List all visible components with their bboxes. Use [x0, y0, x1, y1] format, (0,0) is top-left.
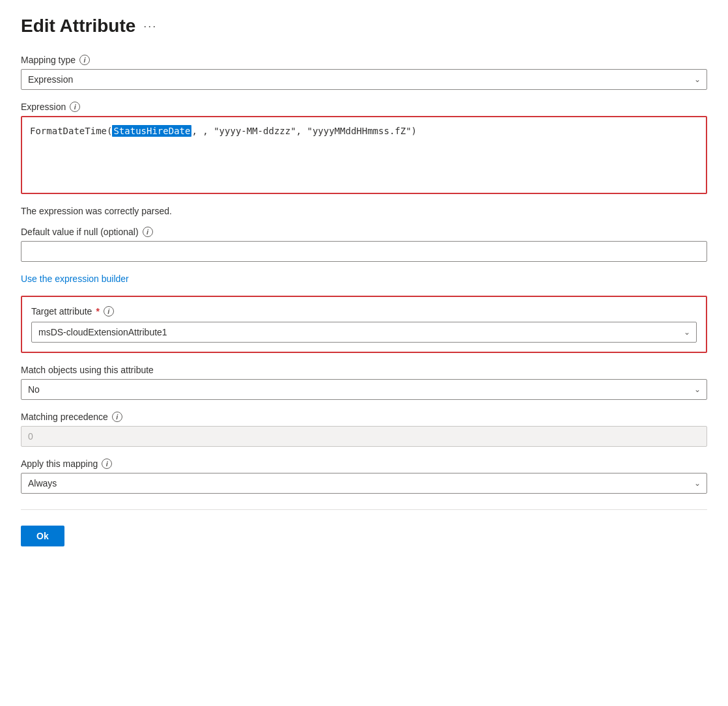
- matching-precedence-label: Matching precedence i: [21, 412, 707, 422]
- matching-precedence-label-text: Matching precedence: [21, 412, 108, 422]
- matching-precedence-section: Matching precedence i: [21, 412, 707, 447]
- target-attribute-select[interactable]: msDS-cloudExtensionAttribute1 msDS-cloud…: [31, 322, 697, 343]
- mapping-type-info-icon[interactable]: i: [79, 55, 90, 65]
- apply-mapping-label: Apply this mapping i: [21, 459, 707, 469]
- default-value-label-text: Default value if null (optional): [21, 227, 139, 237]
- match-objects-select-wrapper: No Yes ⌄: [21, 379, 707, 400]
- expression-label-text: Expression: [21, 102, 66, 112]
- mapping-type-select-wrapper: Expression Direct Constant ⌄: [21, 69, 707, 90]
- match-objects-section: Match objects using this attribute No Ye…: [21, 365, 707, 400]
- target-attribute-select-wrapper: msDS-cloudExtensionAttribute1 msDS-cloud…: [31, 322, 697, 343]
- more-options-icon[interactable]: ···: [143, 20, 157, 33]
- apply-mapping-label-text: Apply this mapping: [21, 459, 98, 469]
- default-value-info-icon[interactable]: i: [143, 227, 153, 237]
- page-header: Edit Attribute ···: [21, 16, 707, 36]
- expression-prefix: FormatDateTime(: [30, 126, 112, 136]
- page-title: Edit Attribute: [21, 16, 135, 36]
- target-attribute-label: Target attribute * i: [31, 306, 697, 317]
- apply-mapping-info-icon[interactable]: i: [102, 459, 112, 469]
- mapping-type-label-text: Mapping type: [21, 55, 76, 65]
- expression-section: Expression i FormatDateTime(StatusHireDa…: [21, 102, 707, 194]
- parsed-message: The expression was correctly parsed.: [21, 206, 707, 216]
- apply-mapping-select-wrapper: Always Only during object creation Only …: [21, 473, 707, 494]
- target-attribute-info-icon[interactable]: i: [104, 306, 114, 317]
- apply-mapping-select[interactable]: Always Only during object creation Only …: [21, 473, 707, 494]
- match-objects-label: Match objects using this attribute: [21, 365, 707, 375]
- default-value-input[interactable]: [21, 241, 707, 262]
- matching-precedence-info-icon[interactable]: i: [112, 412, 122, 422]
- default-value-section: Default value if null (optional) i: [21, 227, 707, 262]
- expression-input[interactable]: FormatDateTime(StatusHireDate, , "yyyy-M…: [21, 116, 707, 194]
- expression-suffix: , , "yyyy-MM-ddzzz", "yyyyMMddHHmmss.fZ"…: [191, 126, 417, 136]
- required-star: *: [96, 306, 99, 317]
- apply-mapping-section: Apply this mapping i Always Only during …: [21, 459, 707, 494]
- expression-info-icon[interactable]: i: [70, 102, 80, 112]
- default-value-label: Default value if null (optional) i: [21, 227, 707, 237]
- target-attribute-label-text: Target attribute: [31, 306, 92, 317]
- expression-label: Expression i: [21, 102, 707, 112]
- ok-button[interactable]: Ok: [21, 526, 64, 546]
- match-objects-label-text: Match objects using this attribute: [21, 365, 154, 375]
- expression-highlighted: StatusHireDate: [112, 125, 191, 137]
- expression-builder-link[interactable]: Use the expression builder: [21, 274, 129, 284]
- matching-precedence-input[interactable]: [21, 426, 707, 447]
- divider: [21, 509, 707, 510]
- mapping-type-section: Mapping type i Expression Direct Constan…: [21, 55, 707, 90]
- mapping-type-label: Mapping type i: [21, 55, 707, 65]
- mapping-type-select[interactable]: Expression Direct Constant: [21, 69, 707, 90]
- match-objects-select[interactable]: No Yes: [21, 379, 707, 400]
- target-attribute-section: Target attribute * i msDS-cloudExtension…: [21, 296, 707, 353]
